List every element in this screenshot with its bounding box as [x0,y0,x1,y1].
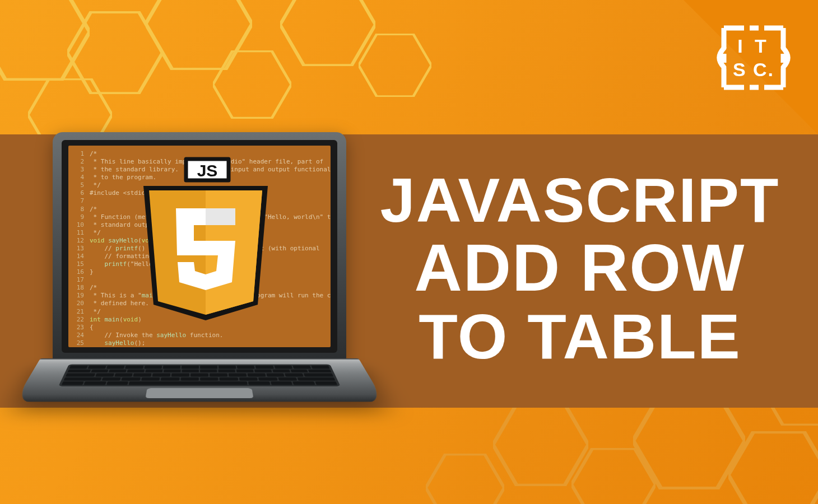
svg-marker-1 [67,12,162,94]
svg-marker-10 [728,432,818,504]
svg-marker-4 [213,51,291,118]
laptop-screen: 1/* 2 * This line basically imports the … [68,146,331,347]
headline-line3: TO TABLE [419,303,741,370]
banner-stage: I T S C. JAVASCRIPT ADD ROW TO TABLE 1/*… [0,0,818,504]
itsc-logo: I T S C. [712,16,796,102]
laptop-lid: 1/* 2 * This line basically imports the … [53,132,346,363]
headline-line2: ADD ROW [415,234,746,303]
laptop-trackpad [146,388,254,398]
headline: JAVASCRIPT ADD ROW TO TABLE [359,146,801,392]
svg-marker-8 [571,449,656,505]
svg-marker-3 [146,0,252,69]
js-badge-label: JS [197,161,218,180]
js-shield-badge: JS [136,157,276,327]
svg-marker-7 [493,404,588,486]
svg-marker-11 [426,454,504,504]
laptop-keyboard [58,365,340,386]
logo-line2: S C. [733,59,774,80]
headline-line1: JAVASCRIPT [380,167,780,234]
laptop-deck [15,358,384,402]
laptop-bezel: 1/* 2 * This line basically imports the … [62,140,337,353]
svg-marker-6 [359,34,431,97]
svg-marker-5 [280,0,375,66]
svg-marker-0 [0,0,90,80]
logo-line1: I T [737,35,770,57]
laptop-illustration: 1/* 2 * This line basically imports the … [40,132,359,435]
